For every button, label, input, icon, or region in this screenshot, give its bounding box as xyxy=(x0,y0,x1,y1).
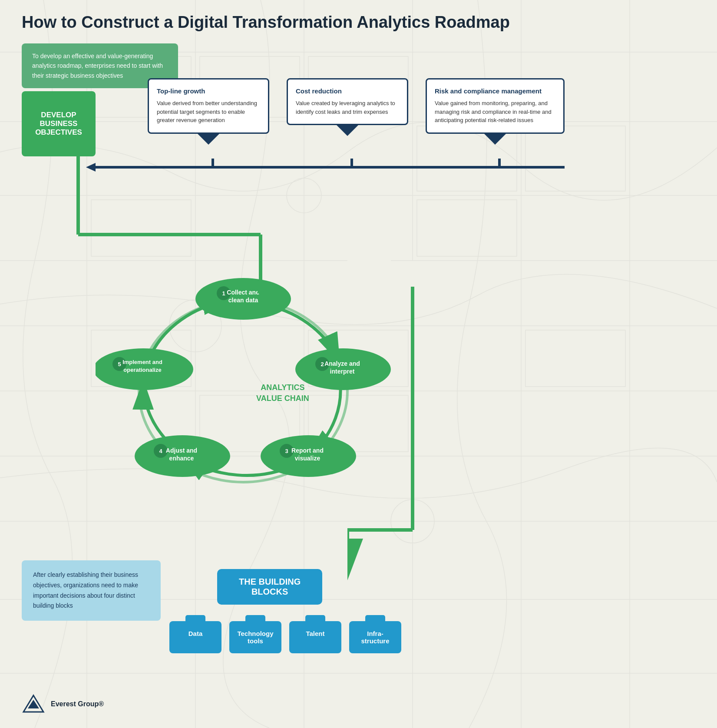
building-blocks-title: THE BUILDING BLOCKS xyxy=(217,569,322,605)
svg-text:enhance: enhance xyxy=(169,455,194,462)
bb-block-technology: Technologytools xyxy=(229,621,281,653)
analytics-value-chain-svg: 1 Collect and clean data 2 Analyze and i… xyxy=(96,269,391,513)
right-connector-svg xyxy=(347,287,478,599)
svg-rect-30 xyxy=(525,330,625,387)
building-blocks-note: After clearly establishing their busines… xyxy=(22,560,161,621)
bb-block-data: Data xyxy=(169,621,221,653)
page-wrapper: How to Construct a Digital Transformatio… xyxy=(0,0,717,728)
svg-text:4: 4 xyxy=(159,448,162,454)
main-title: How to Construct a Digital Transformatio… xyxy=(22,13,510,32)
svg-text:visualize: visualize xyxy=(295,455,321,462)
svg-text:operationalize: operationalize xyxy=(123,367,161,373)
svg-text:5: 5 xyxy=(118,361,121,367)
svg-text:Implement and: Implement and xyxy=(122,359,162,365)
bb-block-talent: Talent xyxy=(289,621,341,653)
building-blocks-items: Data Technologytools Talent Infra-struct… xyxy=(169,621,401,653)
svg-rect-25 xyxy=(417,200,517,256)
bb-block-infrastructure: Infra-structure xyxy=(349,621,401,653)
svg-marker-41 xyxy=(254,285,267,298)
green-path-svg xyxy=(22,148,326,304)
svg-text:3: 3 xyxy=(285,448,288,454)
analytics-value-chain-label: ANALYTICS VALUE CHAIN xyxy=(256,382,309,404)
footer: Everest Group® xyxy=(22,692,104,716)
svg-text:2: 2 xyxy=(321,361,324,367)
footer-brand: Everest Group® xyxy=(51,700,104,708)
svg-text:Report and: Report and xyxy=(291,447,324,454)
svg-text:Adjust and: Adjust and xyxy=(166,447,197,454)
everest-group-logo-icon xyxy=(22,692,46,716)
